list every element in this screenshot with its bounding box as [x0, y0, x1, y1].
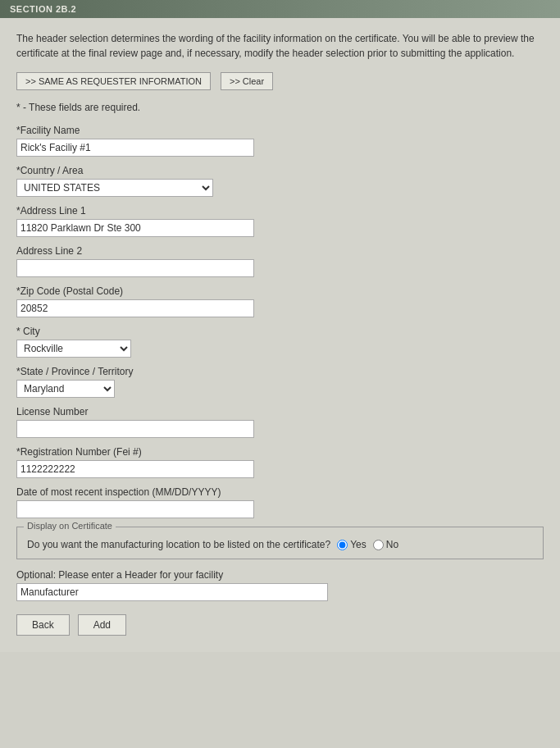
back-button[interactable]: Back [16, 614, 70, 636]
button-row: >> SAME AS REQUESTER INFORMATION >> Clea… [16, 72, 544, 90]
facility-name-label: *Facility Name [16, 125, 544, 136]
state-label: *State / Province / Territory [16, 366, 544, 377]
address2-input[interactable] [16, 259, 254, 277]
optional-header-input[interactable] [16, 583, 328, 601]
optional-label: Optional: Please enter a Header for your… [16, 569, 544, 581]
display-cert-row: Do you want the manufacturing location t… [27, 539, 533, 550]
section-title: SECTION 2B.2 [10, 4, 76, 14]
yes-radio-label[interactable]: Yes [337, 539, 367, 550]
license-label: License Number [16, 406, 544, 417]
zip-label: *Zip Code (Postal Code) [16, 285, 544, 297]
display-on-cert-box: Display on Certificate Do you want the m… [16, 527, 544, 559]
license-group: License Number [16, 406, 544, 438]
display-cert-question: Do you want the manufacturing location t… [27, 539, 330, 550]
display-on-cert-legend: Display on Certificate [24, 521, 116, 531]
city-select[interactable]: Rockville [16, 340, 131, 358]
address1-group: *Address Line 1 [16, 205, 544, 237]
country-select[interactable]: UNITED STATES [16, 179, 213, 197]
registration-input[interactable] [16, 460, 254, 478]
license-input[interactable] [16, 420, 254, 438]
registration-label: *Registration Number (Fei #) [16, 446, 544, 458]
facility-name-input[interactable] [16, 139, 254, 157]
address1-input[interactable] [16, 219, 254, 237]
footer-buttons: Back Add [16, 614, 544, 636]
section-header: SECTION 2B.2 [0, 0, 560, 18]
no-label: No [386, 539, 398, 550]
address1-label: *Address Line 1 [16, 205, 544, 217]
content-area: The header selection determines the word… [0, 18, 560, 652]
address2-group: Address Line 2 [16, 245, 544, 277]
zip-input[interactable] [16, 299, 254, 317]
zip-group: *Zip Code (Postal Code) [16, 285, 544, 317]
state-group: *State / Province / Territory Maryland [16, 366, 544, 398]
address2-label: Address Line 2 [16, 245, 544, 257]
optional-header-group: Optional: Please enter a Header for your… [16, 569, 544, 601]
inspection-label: Date of most recent inspection (MM/DD/YY… [16, 486, 544, 498]
no-radio-label[interactable]: No [373, 539, 398, 550]
info-text: The header selection determines the word… [16, 31, 544, 61]
required-note: * - These fields are required. [16, 102, 544, 113]
city-group: * City Rockville [16, 326, 544, 358]
facility-name-group: *Facility Name [16, 125, 544, 157]
yes-label: Yes [350, 539, 367, 550]
no-radio[interactable] [373, 540, 384, 550]
country-label: *Country / Area [16, 165, 544, 176]
clear-button[interactable]: >> Clear [221, 72, 273, 90]
same-as-requester-button[interactable]: >> SAME AS REQUESTER INFORMATION [16, 72, 211, 90]
country-group: *Country / Area UNITED STATES [16, 165, 544, 197]
yes-radio[interactable] [337, 540, 348, 550]
city-label: * City [16, 326, 544, 337]
inspection-group: Date of most recent inspection (MM/DD/YY… [16, 486, 544, 518]
inspection-input[interactable] [16, 500, 254, 518]
add-button[interactable]: Add [78, 614, 126, 636]
registration-group: *Registration Number (Fei #) [16, 446, 544, 478]
state-select[interactable]: Maryland [16, 380, 115, 398]
page-wrapper: SECTION 2B.2 The header selection determ… [0, 0, 560, 652]
